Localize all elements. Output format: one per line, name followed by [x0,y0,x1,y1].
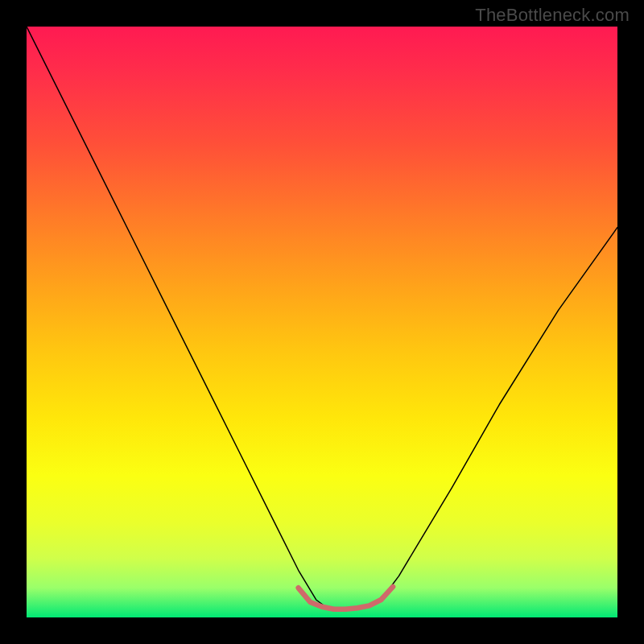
plot-area [27,27,617,617]
series-bottom-highlight [299,587,393,609]
chart-frame: TheBottleneck.com [0,0,644,644]
series-bottleneck-curve [27,27,617,610]
watermark-text: TheBottleneck.com [475,5,630,26]
curve-layer [27,27,617,617]
series-container [27,27,617,610]
